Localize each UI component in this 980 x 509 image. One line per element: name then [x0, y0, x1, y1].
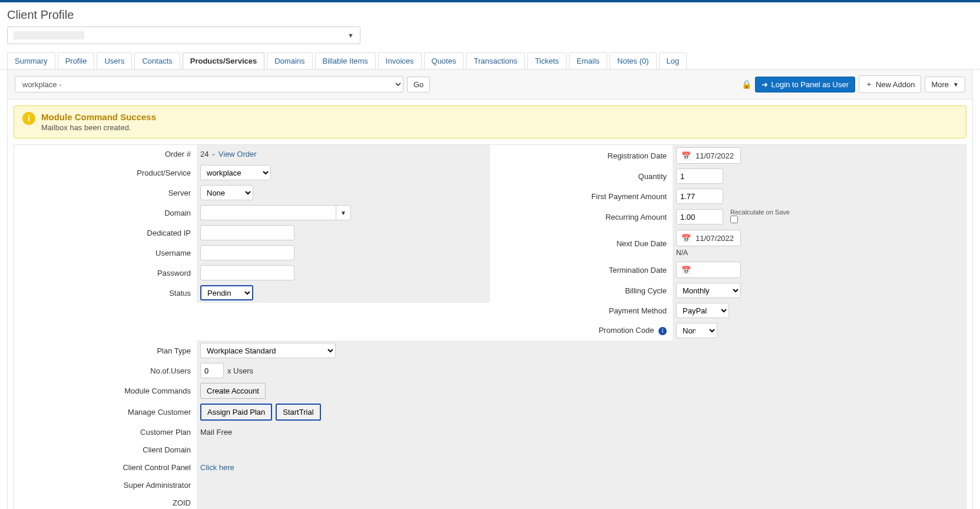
next-due-date-value: 11/07/2022 [696, 234, 734, 243]
order-number: 24 [200, 150, 208, 158]
tab-products-services[interactable]: Products/Services [183, 52, 264, 69]
tab-emails[interactable]: Emails [569, 52, 607, 69]
calendar-icon: 📅 [681, 151, 691, 160]
tab-quotes[interactable]: Quotes [424, 52, 464, 69]
plan-type-select[interactable]: Workplace Standard [200, 343, 336, 358]
tab-transactions[interactable]: Transactions [466, 52, 525, 69]
client-control-panel-link[interactable]: Click here [200, 463, 234, 472]
module-commands-label: Module Commands [14, 383, 197, 399]
next-due-date-input[interactable]: 📅 11/07/2022 [676, 230, 741, 246]
no-of-users-suffix: x Users [227, 366, 253, 375]
dedicated-ip-label: Dedicated IP [14, 225, 197, 241]
recurring-input[interactable] [676, 209, 723, 224]
billing-cycle-select[interactable]: Monthly [676, 283, 741, 298]
login-icon: ➜ [762, 80, 768, 89]
tab-log[interactable]: Log [659, 52, 687, 69]
zoid-label: ZOID [14, 495, 197, 510]
toolbar: workplace - Go 🔒 ➜ Login to Panel as Use… [7, 70, 973, 100]
lock-icon: 🔒 [741, 80, 751, 89]
recalc-label: Recalculate on Save [730, 209, 790, 216]
login-to-panel-button[interactable]: ➜ Login to Panel as User [755, 77, 855, 92]
order-label: Order # [14, 146, 197, 162]
username-input[interactable] [200, 245, 294, 260]
login-to-panel-label: Login to Panel as User [771, 80, 849, 89]
calendar-icon: 📅 [681, 266, 691, 275]
super-admin-label: Super Administrator [14, 477, 197, 493]
password-input[interactable] [200, 265, 294, 280]
no-of-users-label: No.of.Users [14, 363, 197, 379]
start-trial-button[interactable]: StartTrial [276, 404, 320, 421]
registration-date-label: Registration Date [490, 148, 673, 164]
order-sep: - [212, 150, 214, 158]
promo-label: Promotion Code i [490, 322, 673, 339]
client-domain-value-redacted [200, 445, 233, 454]
product-instance-select[interactable]: workplace - [15, 76, 403, 92]
tab-tickets[interactable]: Tickets [527, 52, 567, 69]
caret-down-icon: ▼ [953, 81, 959, 88]
tab-summary[interactable]: Summary [7, 52, 55, 69]
billing-cycle-label: Billing Cycle [490, 283, 673, 299]
manage-customer-label: Manage Customer [14, 404, 197, 420]
next-due-na: N/A [676, 249, 688, 257]
termination-label: Termination Date [490, 262, 673, 278]
client-name-redacted [14, 31, 84, 39]
alert-message: Mailbox has been created. [41, 123, 156, 132]
create-account-button[interactable]: Create Account [200, 383, 266, 399]
dedicated-ip-input[interactable] [200, 225, 294, 240]
tab-billable-items[interactable]: Billable Items [315, 52, 376, 69]
client-domain-label: Client Domain [14, 442, 197, 458]
info-icon[interactable]: i [658, 327, 667, 335]
success-alert: i Module Command Success Mailbox has bee… [14, 105, 966, 138]
tab-bar: Summary Profile Users Contacts Products/… [0, 52, 980, 70]
registration-date-input[interactable]: 📅 11/07/2022 [676, 147, 741, 164]
tab-notes[interactable]: Notes (0) [610, 52, 656, 69]
termination-date-input[interactable]: 📅 [676, 262, 741, 278]
first-payment-label: First Payment Amount [490, 189, 673, 204]
payment-method-select[interactable]: PayPal [676, 303, 729, 318]
quantity-label: Quantity [490, 168, 673, 184]
caret-down-icon: ▼ [347, 32, 354, 39]
plus-icon: ＋ [865, 79, 873, 90]
promo-select[interactable]: None [676, 323, 717, 338]
promo-label-text: Promotion Code [598, 326, 654, 335]
first-payment-input[interactable] [676, 189, 723, 204]
more-button[interactable]: More ▼ [925, 77, 965, 92]
tab-invoices[interactable]: Invoices [378, 52, 422, 69]
tab-domains[interactable]: Domains [267, 52, 312, 69]
client-select[interactable]: ▼ [7, 27, 360, 44]
alert-title: Module Command Success [41, 112, 156, 122]
page-title: Client Profile [0, 2, 980, 27]
tab-users[interactable]: Users [97, 52, 132, 69]
registration-date-value: 11/07/2022 [696, 151, 734, 160]
zoid-value-redacted [200, 498, 224, 507]
view-order-link[interactable]: View Order [218, 150, 257, 158]
payment-method-label: Payment Method [490, 303, 673, 319]
calendar-icon: 📅 [681, 234, 691, 243]
tab-contacts[interactable]: Contacts [134, 52, 180, 69]
username-label: Username [14, 245, 197, 261]
plan-type-label: Plan Type [14, 343, 197, 359]
tab-profile[interactable]: Profile [58, 52, 95, 69]
domain-dropdown-toggle[interactable]: ▼ [336, 205, 351, 220]
recalc-checkbox[interactable] [730, 216, 738, 223]
next-due-label: Next Due Date [490, 236, 673, 252]
new-addon-label: New Addon [876, 80, 915, 89]
quantity-input[interactable] [676, 168, 723, 184]
super-admin-value-redacted [200, 481, 271, 489]
new-addon-button[interactable]: ＋ New Addon [859, 75, 922, 93]
customer-plan-label: Customer Plan [14, 424, 197, 440]
no-of-users-input[interactable] [200, 363, 224, 378]
password-label: Password [14, 265, 197, 281]
server-label: Server [14, 185, 197, 201]
server-select[interactable]: None [200, 185, 253, 200]
domain-input[interactable] [200, 205, 336, 220]
product-service-select[interactable]: workplace [200, 165, 271, 180]
go-button[interactable]: Go [407, 77, 430, 92]
assign-paid-plan-button[interactable]: Assign Paid Plan [200, 404, 272, 421]
recurring-label: Recurring Amount [490, 209, 673, 225]
product-service-label: Product/Service [14, 165, 197, 181]
status-select[interactable]: Pending [200, 285, 253, 300]
customer-plan-value: Mail Free [197, 423, 966, 441]
info-icon: i [22, 112, 35, 125]
client-control-panel-label: Client Control Panel [14, 460, 197, 475]
